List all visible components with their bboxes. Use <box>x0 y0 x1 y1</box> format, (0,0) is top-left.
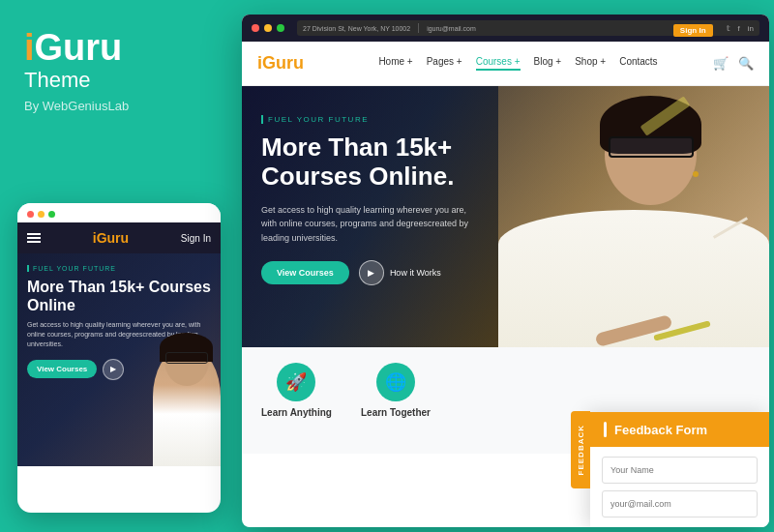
feedback-form: Feedback Form <box>590 412 769 527</box>
search-icon[interactable]: 🔍 <box>738 56 754 71</box>
desktop-dot-green <box>277 24 284 32</box>
desktop-dot-yellow <box>264 24 272 32</box>
feedback-tab[interactable]: FEEDBACK <box>571 411 590 488</box>
hero-fuel-badge: FUEL YOUR FUTURE <box>261 115 750 124</box>
mobile-view-courses-button[interactable]: View Courses <box>27 360 97 378</box>
mobile-logo: iGuru <box>93 230 129 246</box>
desktop-nav: iGuru Home + Pages + Courses + Blog + Sh… <box>242 42 769 86</box>
globe-icon: 🌐 <box>376 363 415 401</box>
feedback-email-input[interactable] <box>602 490 758 517</box>
bottom-item-learn-together: 🌐 Learn Together <box>361 363 431 438</box>
topbar-signin-btn[interactable]: Sign In <box>673 24 713 37</box>
nav-pages[interactable]: Pages + <box>427 56 462 71</box>
mobile-hero-title: More Than 15k+ Courses Online <box>27 278 211 314</box>
view-courses-button[interactable]: View Courses <box>261 261 349 284</box>
desktop-nav-icons: 🛒 🔍 <box>713 56 754 71</box>
address-left: 27 Division St, New York, NY 10002 <box>303 25 410 32</box>
mobile-signin[interactable]: Sign In <box>181 233 211 244</box>
hero-buttons: View Courses ▶ How it Works <box>261 260 750 285</box>
feedback-header-bar <box>604 422 607 437</box>
hero-content: FUEL YOUR FUTURE More Than 15k+ Courses … <box>242 86 769 314</box>
hamburger-icon <box>27 233 41 243</box>
brand-by: By WebGeniusLab <box>24 99 213 113</box>
feedback-form-body <box>590 447 769 527</box>
mobile-hero: FUEL YOUR FUTURE More Than 15k+ Courses … <box>17 253 221 466</box>
desktop-logo: iGuru <box>257 53 304 74</box>
play-icon: ▶ <box>359 260 384 285</box>
twitter-icon: 𝕥 <box>727 24 730 33</box>
mobile-dot-red <box>27 211 34 218</box>
hero-desc: Get access to high quality learning wher… <box>261 203 474 245</box>
address-bar: 27 Division St, New York, NY 10002 iguru… <box>297 20 759 36</box>
left-panel: iGuru Theme By WebGeniusLab iGuru Sign I… <box>0 0 237 532</box>
brand-subtitle: Theme <box>24 68 213 93</box>
nav-courses[interactable]: Courses + <box>476 56 521 71</box>
hero-title: More Than 15k+ Courses Online. <box>261 133 750 192</box>
desktop-nav-links: Home + Pages + Courses + Blog + Shop + C… <box>323 56 713 71</box>
mobile-play-button[interactable]: ▶ <box>103 359 124 380</box>
rocket-icon: 🚀 <box>277 363 315 401</box>
how-it-works-button[interactable]: ▶ How it Works <box>359 260 441 285</box>
learn-together-label: Learn Together <box>361 407 431 418</box>
mobile-person <box>143 331 221 466</box>
mobile-dot-green <box>48 211 55 218</box>
mobile-mockup: iGuru Sign In FUEL YOUR FUTURE More Than… <box>17 203 221 513</box>
desktop-topbar: 27 Division St, New York, NY 10002 iguru… <box>242 15 769 42</box>
bottom-item-learn-anything: 🚀 Learn Anything <box>261 363 332 438</box>
address-divider <box>418 23 419 33</box>
facebook-icon: f <box>738 24 740 33</box>
mobile-fuel-badge: FUEL YOUR FUTURE <box>27 265 211 272</box>
feedback-tab-label: FEEDBACK <box>577 425 585 475</box>
brand-name: iGuru <box>24 29 213 66</box>
mobile-dot-yellow <box>38 211 45 218</box>
mobile-dots-bar <box>17 203 221 222</box>
desktop-hero: FUEL YOUR FUTURE More Than 15k+ Courses … <box>242 86 769 347</box>
nav-home[interactable]: Home + <box>378 56 412 71</box>
nav-contacts[interactable]: Contacts <box>619 56 657 71</box>
nav-shop[interactable]: Shop + <box>575 56 606 71</box>
linkedin-icon: in <box>748 24 754 33</box>
feedback-name-input[interactable] <box>602 457 758 484</box>
desktop-mockup: 27 Division St, New York, NY 10002 iguru… <box>242 15 769 527</box>
address-right: iguru@mail.com <box>427 25 476 32</box>
mobile-nav: iGuru Sign In <box>17 222 221 253</box>
learn-anything-label: Learn Anything <box>261 407 332 418</box>
nav-blog[interactable]: Blog + <box>534 56 562 71</box>
cart-icon[interactable]: 🛒 <box>713 56 729 71</box>
desktop-dot-red <box>252 24 259 32</box>
feedback-form-header: Feedback Form <box>590 412 769 447</box>
feedback-header-text: Feedback Form <box>614 423 707 437</box>
